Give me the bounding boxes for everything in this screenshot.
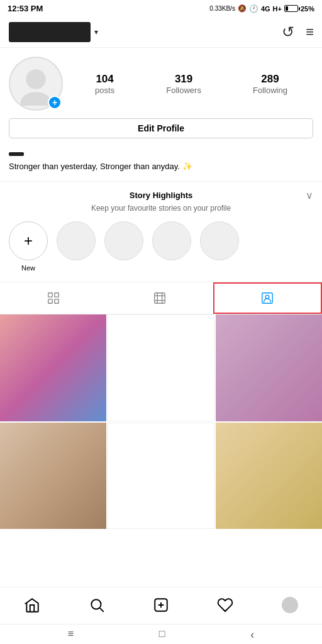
tab-reel[interactable]: [106, 282, 213, 314]
nav-profile[interactable]: [276, 594, 304, 616]
signal-hplus: H+: [273, 5, 282, 13]
stat-following[interactable]: 289 Following: [253, 73, 287, 95]
history-icon[interactable]: ↺: [282, 23, 294, 41]
grid-icon: [47, 291, 60, 305]
highlight-item-1[interactable]: [57, 221, 96, 272]
highlight-circle-4[interactable]: [200, 221, 239, 260]
svg-rect-4: [48, 299, 52, 303]
reel-icon: [153, 291, 167, 305]
username-box[interactable]: [9, 22, 91, 42]
top-nav: ▾ ↺ ≡: [0, 17, 322, 48]
status-indicators: 0.33KB/s 🔕 🕐 4G H+ 25%: [209, 4, 314, 13]
followers-count: 319: [175, 73, 192, 86]
search-icon: [89, 597, 105, 613]
avatar-add-button[interactable]: +: [48, 96, 62, 109]
photo-cell-5[interactable]: [108, 423, 214, 529]
svg-point-1: [21, 92, 52, 106]
highlight-circle-2[interactable]: [104, 221, 143, 260]
stats-row: 104 posts 319 Followers 289 Following: [69, 73, 313, 95]
highlights-chevron-icon[interactable]: ∨: [306, 189, 313, 201]
svg-point-0: [26, 69, 46, 89]
system-nav-menu[interactable]: ≡: [68, 628, 74, 641]
highlights-title: Story Highlights: [130, 191, 192, 200]
battery-percent: 25%: [301, 5, 314, 13]
photo-cell-6[interactable]: [216, 423, 322, 529]
nav-avatar: [282, 597, 298, 613]
posts-count: 104: [96, 73, 113, 86]
bottom-pad: [0, 529, 322, 573]
nav-right-icons: ↺ ≡: [282, 23, 313, 41]
status-bar: 12:53 PM 0.33KB/s 🔕 🕐 4G H+ 25%: [0, 0, 322, 17]
photo-cell-4[interactable]: [0, 423, 106, 529]
nav-heart[interactable]: [211, 594, 239, 616]
svg-rect-6: [155, 293, 165, 304]
bio-section: Stronger than yesterday, Stronger than a…: [0, 145, 322, 181]
svg-point-13: [91, 599, 101, 609]
network-speed: 0.33KB/s: [209, 5, 235, 12]
system-nav-back[interactable]: ‹: [250, 628, 254, 641]
username-area[interactable]: ▾: [9, 22, 98, 42]
photo-grid: [0, 314, 322, 529]
avatar-wrap[interactable]: +: [9, 57, 63, 111]
highlight-item-2[interactable]: [104, 221, 143, 272]
highlight-circle-1[interactable]: [57, 221, 96, 260]
battery-icon: [284, 5, 298, 12]
svg-rect-5: [54, 299, 58, 303]
highlight-new-circle[interactable]: +: [9, 221, 48, 260]
menu-icon[interactable]: ≡: [306, 24, 313, 40]
photo-cell-2[interactable]: [108, 314, 214, 421]
nav-home[interactable]: [18, 594, 46, 616]
new-plus-icon: +: [24, 233, 33, 248]
posts-label: posts: [95, 86, 114, 95]
highlight-item-3[interactable]: [152, 221, 191, 272]
svg-rect-3: [54, 293, 58, 297]
bottom-nav: [0, 587, 322, 621]
stat-followers[interactable]: 319 Followers: [166, 73, 201, 95]
highlights-header: Story Highlights ∨: [0, 189, 322, 204]
edit-profile-button[interactable]: Edit Profile: [9, 118, 313, 138]
highlight-item-4[interactable]: [200, 221, 239, 272]
highlights-subtitle: Keep your favourite stories on your prof…: [0, 204, 322, 219]
svg-line-14: [99, 608, 103, 612]
tag-icon: [260, 291, 274, 305]
profile-section: + 104 posts 319 Followers 289 Following …: [0, 48, 322, 145]
svg-rect-2: [48, 293, 52, 297]
bio-username: [9, 152, 24, 156]
profile-top: + 104 posts 319 Followers 289 Following: [9, 57, 313, 111]
highlight-circle-3[interactable]: [152, 221, 191, 260]
nav-add[interactable]: [147, 594, 175, 616]
tabs-row: [0, 282, 322, 314]
highlight-new-label: New: [21, 264, 35, 272]
system-nav: ≡ □ ‹: [0, 624, 322, 644]
add-icon: [153, 597, 169, 613]
followers-label: Followers: [166, 86, 201, 95]
tab-grid[interactable]: [0, 282, 106, 314]
highlights-list: + New: [0, 219, 322, 274]
photo-cell-3[interactable]: [216, 314, 322, 421]
photo-cell-1[interactable]: [0, 314, 106, 421]
mute-icon: 🔕: [238, 4, 247, 13]
status-time: 12:53 PM: [8, 4, 43, 13]
nav-search[interactable]: [83, 594, 111, 616]
following-count: 289: [261, 73, 279, 86]
stat-posts[interactable]: 104 posts: [95, 73, 114, 95]
heart-icon: [217, 597, 233, 613]
dropdown-icon[interactable]: ▾: [94, 28, 98, 36]
highlight-new[interactable]: + New: [9, 221, 48, 272]
system-nav-home[interactable]: □: [159, 628, 165, 641]
clock-icon: 🕐: [249, 4, 258, 13]
highlights-section: Story Highlights ∨ Keep your favourite s…: [0, 181, 322, 282]
tab-tag[interactable]: [213, 282, 322, 314]
following-label: Following: [253, 86, 287, 95]
home-icon: [24, 597, 40, 613]
signal-4g: 4G: [261, 5, 270, 13]
svg-point-12: [266, 296, 270, 299]
bio-text: Stronger than yesterday, Stronger than a…: [9, 161, 313, 172]
